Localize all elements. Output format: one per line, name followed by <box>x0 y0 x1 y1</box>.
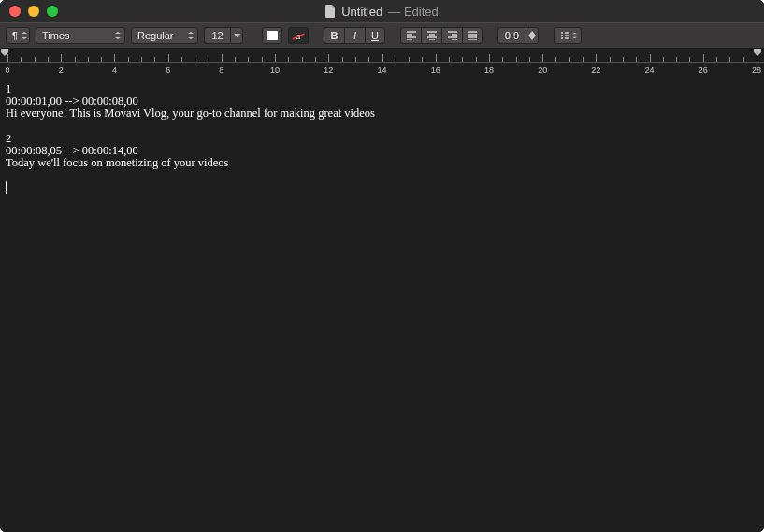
paragraph-style-select[interactable]: ¶ <box>6 27 30 44</box>
svg-point-16 <box>561 32 563 34</box>
window-controls <box>0 6 58 17</box>
font-family-select[interactable]: Times <box>36 27 125 44</box>
chevron-down-icon <box>115 32 121 39</box>
ruler-tick <box>382 54 383 62</box>
ruler-label: 28 <box>752 65 761 75</box>
text-cursor <box>6 181 7 194</box>
chevron-down-icon <box>572 32 577 39</box>
align-left-button[interactable] <box>400 27 421 44</box>
font-style-value: Regular <box>137 30 174 41</box>
list-icon <box>560 31 569 40</box>
ruler-tick <box>436 54 437 62</box>
ruler[interactable]: 0246810121416182022242628 <box>0 49 764 76</box>
bold-button[interactable]: B <box>324 27 344 44</box>
chevron-down-icon <box>188 32 194 39</box>
line-spacing-value: 0,9 <box>505 30 519 41</box>
text-color-button[interactable] <box>262 27 282 44</box>
svg-point-17 <box>561 35 563 36</box>
pilcrow-icon: ¶ <box>12 30 18 41</box>
close-button[interactable] <box>9 6 21 17</box>
left-indent-marker[interactable] <box>1 49 10 62</box>
ruler-label: 26 <box>699 65 708 75</box>
ruler-label: 12 <box>324 65 333 75</box>
ruler-label: 10 <box>270 65 280 75</box>
ruler-label: 8 <box>219 65 223 75</box>
font-size-input[interactable]: 12 <box>204 27 230 44</box>
ruler-tick <box>328 54 329 62</box>
ruler-label: 20 <box>538 65 547 75</box>
align-right-button[interactable] <box>441 27 462 44</box>
svg-point-18 <box>561 37 563 39</box>
minimize-button[interactable] <box>28 6 39 17</box>
document-body[interactable]: 1 00:00:01,00 --> 00:00:08,00 Hi everyon… <box>0 76 764 532</box>
ruler-label: 14 <box>377 65 386 75</box>
ruler-tick <box>703 54 704 62</box>
ruler-label: 0 <box>5 65 9 75</box>
text-color-swatch <box>267 31 278 40</box>
font-size-field: 12 <box>204 27 243 44</box>
line-spacing-field: 0,9 <box>497 27 539 44</box>
ruler-tick <box>222 54 223 62</box>
ruler-label: 6 <box>166 65 170 75</box>
ruler-tick <box>7 54 8 62</box>
ruler-label: 24 <box>645 65 655 75</box>
text-style-group: B I U <box>324 27 385 44</box>
font-size-value: 12 <box>211 30 223 41</box>
ruler-label: 4 <box>112 65 117 75</box>
right-indent-marker[interactable] <box>754 49 763 62</box>
ruler-tick <box>757 54 757 62</box>
highlight-color-button[interactable]: a <box>288 27 309 44</box>
line-spacing-input[interactable]: 0,9 <box>497 27 526 44</box>
italic-button[interactable]: I <box>344 27 365 44</box>
underline-button[interactable]: U <box>365 27 385 44</box>
ruler-tick <box>275 54 276 62</box>
file-name: Untitled <box>341 5 382 19</box>
textedit-window: Untitled — Edited ¶ Times Regular 12 <box>0 0 764 532</box>
chevron-down-icon <box>22 32 27 39</box>
list-style-select[interactable] <box>554 27 582 44</box>
ruler-tick <box>596 54 597 62</box>
document-icon <box>325 5 336 18</box>
align-justify-button[interactable] <box>462 27 483 44</box>
ruler-label: 16 <box>431 65 440 75</box>
edited-status: — Edited <box>388 5 438 19</box>
align-center-button[interactable] <box>421 27 441 44</box>
ruler-tick <box>489 54 490 62</box>
font-style-select[interactable]: Regular <box>131 27 198 44</box>
alignment-group <box>400 27 483 44</box>
ruler-label: 18 <box>484 65 494 75</box>
ruler-tick <box>650 54 651 62</box>
ruler-label: 22 <box>591 65 600 75</box>
ruler-tick <box>61 54 62 62</box>
zoom-button[interactable] <box>47 6 58 17</box>
format-toolbar: ¶ Times Regular 12 <box>0 22 764 49</box>
title-bar[interactable]: Untitled — Edited <box>0 0 764 22</box>
window-title: Untitled — Edited <box>0 5 764 19</box>
line-spacing-stepper[interactable] <box>526 27 539 44</box>
ruler-tick <box>114 54 115 62</box>
ruler-label: 2 <box>59 65 64 75</box>
ruler-tick <box>168 54 169 62</box>
font-family-value: Times <box>42 30 70 41</box>
ruler-tick <box>542 54 543 62</box>
font-size-dropdown[interactable] <box>230 27 243 44</box>
